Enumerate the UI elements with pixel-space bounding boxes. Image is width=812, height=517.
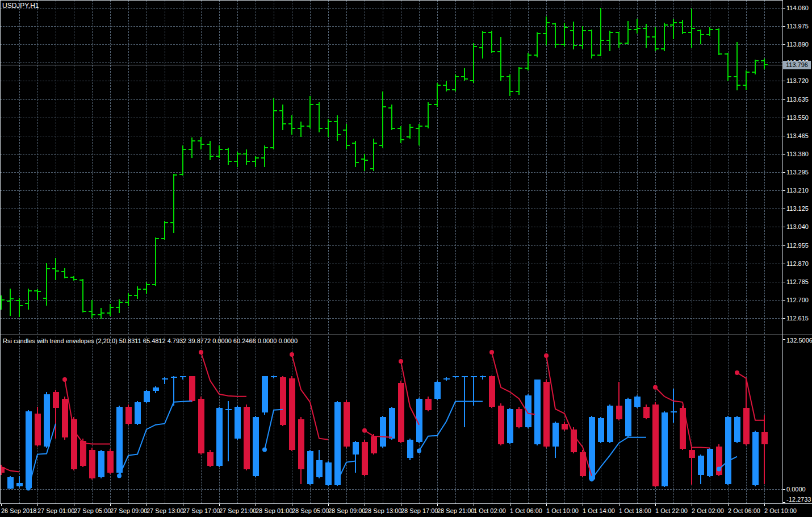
ohlc-bar-part xyxy=(70,277,73,278)
ohlc-bar-part xyxy=(683,32,686,33)
ohlc-bar-part xyxy=(219,145,220,159)
ohlc-bar-part xyxy=(638,28,641,29)
ohlc-bar-part xyxy=(637,19,638,34)
price-axis-label: 113.550 xyxy=(786,114,809,121)
rsi-candle-body xyxy=(325,462,332,485)
ohlc-bar-part xyxy=(302,126,304,127)
rsi-candle-body xyxy=(425,399,432,410)
grid-line-vertical xyxy=(183,336,183,503)
grid-line-vertical xyxy=(474,336,474,503)
mt4-chart-window: USDJPY,H1 Rsi candles with trend envelop… xyxy=(0,0,812,517)
ohlc-bar-part xyxy=(556,44,559,45)
ohlc-bar-part xyxy=(482,31,483,59)
ohlc-bar-part xyxy=(738,85,740,86)
ohlc-bar-part xyxy=(192,140,195,141)
ohlc-bar-part xyxy=(518,67,520,95)
ohlc-bar-part xyxy=(265,147,268,148)
grid-line-vertical xyxy=(710,0,710,334)
panel-splitter xyxy=(0,335,812,335)
ohlc-bar-part xyxy=(761,60,764,61)
grid-line-horizontal xyxy=(0,26,782,27)
ohlc-bar-part xyxy=(300,122,302,136)
rsi-candle-body xyxy=(389,408,395,439)
ohlc-bar-part xyxy=(509,74,510,96)
ohlc-bar-part xyxy=(28,289,29,310)
rsi-candle-body xyxy=(607,406,613,442)
rsi-candle-body xyxy=(344,402,350,447)
ohlc-bar-part xyxy=(664,23,665,51)
grid-line-vertical xyxy=(147,336,147,503)
ohlc-bar-part xyxy=(743,85,746,86)
ohlc-bar-part xyxy=(337,115,338,141)
ohlc-bar-part xyxy=(361,159,364,160)
ohlc-bar-part xyxy=(700,30,701,44)
ohlc-bar-part xyxy=(456,76,459,77)
rsi-candle-body xyxy=(580,452,586,476)
grid-line-vertical xyxy=(383,0,383,334)
ohlc-bar-part xyxy=(710,29,713,30)
rsi-candle-body xyxy=(380,417,386,447)
ohlc-bar-part xyxy=(129,295,132,296)
ohlc-bar-part xyxy=(755,60,756,74)
envelope-switch-dot xyxy=(735,370,739,375)
rsi-candle-body xyxy=(689,450,695,458)
price-axis-label: 112.700 xyxy=(786,297,809,303)
ohlc-bar-part xyxy=(452,89,455,90)
price-axis-label: 114.060 xyxy=(786,5,809,11)
time-axis[interactable]: 26 Sep 201827 Sep 01:0027 Sep 05:0027 Se… xyxy=(0,503,812,517)
grid-line-vertical xyxy=(37,0,38,334)
indicator-zero-level-line xyxy=(0,489,782,490)
rsi-candle-wick xyxy=(673,389,674,423)
rsi-candle-body xyxy=(0,467,5,473)
envelope-segment xyxy=(28,424,56,489)
rsi-candle-body xyxy=(680,408,686,449)
ohlc-bar-part xyxy=(107,312,110,314)
ohlc-bar-part xyxy=(465,78,468,80)
grid-line-horizontal xyxy=(0,154,782,155)
main-chart-plot[interactable]: USDJPY,H1 xyxy=(0,0,782,334)
ohlc-bar-part xyxy=(588,30,591,31)
ohlc-bar-part xyxy=(25,303,28,304)
rsi-candle-body xyxy=(371,436,377,453)
rsi-candle-body xyxy=(153,387,159,391)
rsi-candle-body xyxy=(7,477,14,489)
ohlc-bar-part xyxy=(418,124,420,145)
ohlc-bar-part xyxy=(688,32,691,33)
ohlc-bar-part xyxy=(525,68,528,69)
grid-line-vertical xyxy=(19,0,20,334)
ohlc-bar-part xyxy=(98,314,101,315)
rsi-candle-wick xyxy=(473,376,474,406)
ohlc-bar-part xyxy=(756,60,759,61)
rsi-candle-body xyxy=(35,414,41,445)
grid-line-vertical xyxy=(237,0,238,334)
ohlc-bar-part xyxy=(82,279,83,312)
ohlc-bar-part xyxy=(246,149,247,164)
time-axis-label: 27 Sep 13:00 xyxy=(147,507,183,514)
indicator-panel-plot[interactable]: Rsi candles with trend envelopes (2,20.0… xyxy=(0,336,782,503)
indicator-axis-label: 0.0000 xyxy=(786,486,806,493)
ohlc-bar-part xyxy=(634,29,637,30)
rsi-candle-body xyxy=(407,440,413,458)
grid-line-vertical xyxy=(437,0,438,334)
ohlc-bar-part xyxy=(338,134,341,135)
ohlc-bar-part xyxy=(364,154,365,171)
ohlc-bar-part xyxy=(483,32,486,33)
rsi-candle-body xyxy=(462,376,468,377)
rsi-candle-body xyxy=(135,402,141,424)
ohlc-bar-part xyxy=(216,156,219,157)
grid-line-horizontal xyxy=(0,44,782,45)
ohlc-bar-part xyxy=(152,284,155,285)
ohlc-bar-part xyxy=(674,22,677,23)
price-axis[interactable]: 114.060113.975113.890113.805113.720113.6… xyxy=(782,0,812,503)
ohlc-bar-part xyxy=(1,295,2,310)
grid-line-vertical xyxy=(165,336,165,503)
ohlc-bar-part xyxy=(497,51,500,52)
rsi-candle-body xyxy=(498,406,504,444)
rsi-candle-body xyxy=(725,417,731,484)
rsi-candle-body xyxy=(752,432,759,485)
grid-line-vertical xyxy=(510,0,510,334)
ohlc-bar-part xyxy=(492,51,495,52)
ohlc-bar-part xyxy=(238,153,241,155)
rsi-candle-body xyxy=(353,442,359,455)
ohlc-bar-part xyxy=(616,32,618,33)
